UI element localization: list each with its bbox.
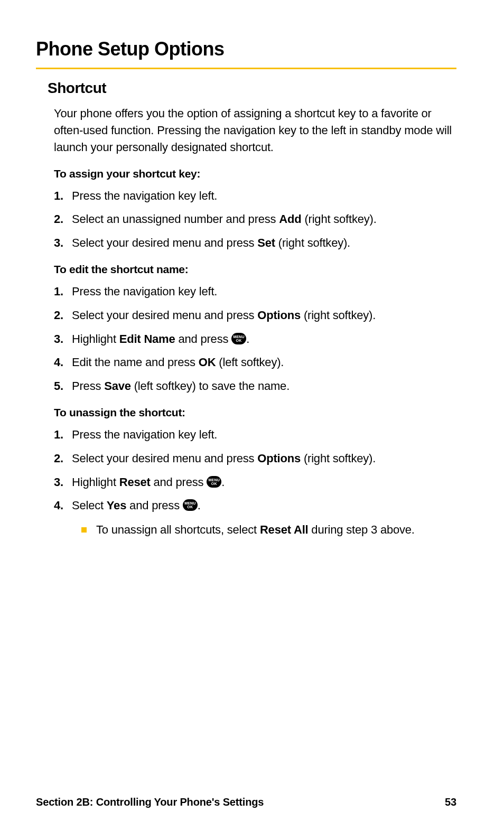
text-run: .: [221, 475, 225, 489]
step-text: Select an unassigned number and press Ad…: [72, 212, 456, 227]
steps-assign: 1.Press the navigation key left.2.Select…: [48, 189, 456, 251]
step-item: 1.Press the navigation key left.: [54, 189, 456, 204]
text-run: and press: [175, 332, 232, 346]
title-divider: [36, 68, 456, 69]
text-run: during step 3 above.: [308, 523, 414, 536]
step-item: 2.Select your desired menu and press Opt…: [54, 308, 456, 323]
step-text: Press Save (left softkey) to save the na…: [72, 379, 456, 394]
text-run: To unassign all shortcuts, select: [96, 523, 260, 536]
step-text: Press the navigation key left.: [72, 427, 456, 443]
step-item: 1.Press the navigation key left.: [54, 427, 456, 443]
step-number: 2.: [54, 451, 72, 466]
text-run: Select your desired menu and press: [72, 309, 257, 322]
text-run: Highlight: [72, 332, 119, 346]
step-number: 1.: [54, 427, 72, 443]
text-run: Select your desired menu and press: [72, 236, 257, 249]
step-text: Select your desired menu and press Optio…: [72, 308, 456, 323]
bold-text: Reset All: [260, 523, 309, 536]
subhead-unassign: To unassign the shortcut:: [48, 406, 456, 419]
step-item: 2.Select an unassigned number and press …: [54, 212, 456, 227]
step-number: 4.: [54, 355, 72, 370]
text-run: Select an unassigned number and press: [72, 212, 279, 226]
menu-ok-icon: MENUOK: [207, 476, 221, 488]
footer-section: Section 2B: Controlling Your Phone's Set…: [36, 796, 264, 808]
text-run: (right softkey).: [301, 452, 376, 465]
step-item: 2.Select your desired menu and press Opt…: [54, 451, 456, 466]
step-item: 3.Highlight Reset and press MENUOK.: [54, 475, 456, 490]
step-text: Highlight Reset and press MENUOK.: [72, 475, 456, 490]
bold-text: OK: [199, 356, 216, 369]
step-text: Press the navigation key left.: [72, 284, 456, 300]
step-item: 4.Edit the name and press OK (left softk…: [54, 355, 456, 370]
step-item: 5.Press Save (left softkey) to save the …: [54, 379, 456, 394]
step-text: Select Yes and press MENUOK.: [72, 498, 456, 514]
step-number: 3.: [54, 332, 72, 347]
footer-page-number: 53: [445, 796, 456, 808]
step-item: 3.Highlight Edit Name and press MENUOK.: [54, 332, 456, 347]
step-text: Highlight Edit Name and press MENUOK.: [72, 332, 456, 347]
text-run: (right softkey).: [301, 309, 376, 322]
text-run: Select your desired menu and press: [72, 452, 257, 465]
text-run: Press the navigation key left.: [72, 285, 217, 298]
step-number: 1.: [54, 189, 72, 204]
bold-text: Save: [104, 379, 131, 393]
text-run: (left softkey).: [216, 356, 284, 369]
step-item: 4.Select Yes and press MENUOK.: [54, 498, 456, 514]
step-text: Press the navigation key left.: [72, 189, 456, 204]
step-text: Edit the name and press OK (left softkey…: [72, 355, 456, 370]
step-item: 1.Press the navigation key left.: [54, 284, 456, 300]
text-run: Select: [72, 499, 107, 512]
menu-ok-icon: MENUOK: [183, 499, 198, 511]
bold-text: Add: [279, 212, 301, 226]
text-run: (right softkey).: [302, 212, 377, 226]
page-title: Phone Setup Options: [36, 38, 456, 60]
steps-unassign: 1.Press the navigation key left.2.Select…: [48, 427, 456, 538]
text-run: Edit the name and press: [72, 356, 199, 369]
text-run: and press: [126, 499, 183, 512]
menu-ok-icon: MENUOK: [231, 333, 246, 344]
bold-text: Set: [257, 236, 275, 249]
bold-text: Options: [257, 309, 301, 322]
step-number: 5.: [54, 379, 72, 394]
step-number: 3.: [54, 236, 72, 251]
text-run: Press the navigation key left.: [72, 189, 217, 202]
sub-bullet: To unassign all shortcuts, select Reset …: [54, 522, 456, 538]
step-number: 2.: [54, 308, 72, 323]
page-footer: Section 2B: Controlling Your Phone's Set…: [36, 796, 456, 808]
sub-bullet-text: To unassign all shortcuts, select Reset …: [96, 522, 456, 538]
bold-text: Yes: [107, 499, 126, 512]
subhead-assign: To assign your shortcut key:: [48, 167, 456, 180]
step-text: Select your desired menu and press Set (…: [72, 236, 456, 251]
bold-text: Reset: [119, 475, 151, 489]
step-number: 2.: [54, 212, 72, 227]
step-number: 3.: [54, 475, 72, 490]
step-number: 4.: [54, 498, 72, 514]
steps-edit: 1.Press the navigation key left.2.Select…: [48, 284, 456, 394]
bold-text: Options: [257, 452, 301, 465]
bold-text: Edit Name: [119, 332, 175, 346]
text-run: Highlight: [72, 475, 119, 489]
text-run: .: [198, 499, 201, 512]
text-run: Press: [72, 379, 104, 393]
subhead-edit: To edit the shortcut name:: [48, 263, 456, 276]
step-text: Select your desired menu and press Optio…: [72, 451, 456, 466]
text-run: (right softkey).: [275, 236, 350, 249]
step-item: 3.Select your desired menu and press Set…: [54, 236, 456, 251]
step-number: 1.: [54, 284, 72, 300]
intro-paragraph: Your phone offers you the option of assi…: [48, 105, 456, 156]
bullet-marker-icon: [81, 527, 87, 533]
text-run: .: [246, 332, 249, 346]
text-run: (left softkey) to save the name.: [131, 379, 290, 393]
section-subtitle: Shortcut: [48, 80, 456, 97]
text-run: and press: [151, 475, 207, 489]
text-run: Press the navigation key left.: [72, 428, 217, 441]
